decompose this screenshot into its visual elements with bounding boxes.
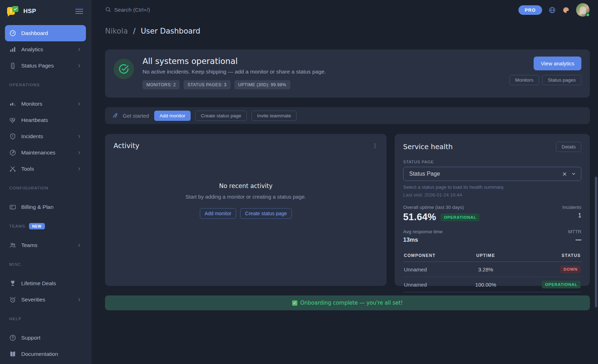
add-monitor-button[interactable]: Add monitor [200,208,236,219]
empty-title: No recent activity [114,182,378,189]
overall-uptime-block: Overall uptime (last 30 days) 51.64% OPE… [403,205,480,223]
details-button[interactable]: Details [556,142,581,152]
invite-teammate-button[interactable]: Invite teammate [251,111,297,121]
sidebar: ! HSP Dashboard Analytics Status Pages [0,0,91,364]
sidebar-item-incidents[interactable]: Incidents [5,128,86,145]
status-badge: OPERATIONAL [542,281,581,288]
hero-text: All systems operational No active incide… [143,57,326,90]
empty-subtitle: Start by adding a monitor or creating a … [114,194,378,200]
component-uptime: 100.00% [465,277,507,292]
create-status-page-button[interactable]: Create status page [240,208,292,219]
heartbeat-icon [9,117,16,124]
sidebar-item-teams[interactable]: Teams [5,237,86,253]
breadcrumb-separator: / [133,27,135,35]
incidents-block: Incidents 1 [562,205,581,219]
components-table: COMPONENT UPTIME STATUS Unnamed 3.28% DO… [403,250,581,292]
new-badge: NEW [29,223,45,229]
chevron-right-icon [77,101,82,106]
scrollbar-thumb[interactable] [595,177,597,307]
hero-subtitle: No active incidents. Keep shipping — add… [143,69,326,75]
sidebar-section-misc: MISC [5,262,86,267]
sidebar-item-label: Lifetime Deals [21,280,56,287]
get-started-bar: Get started Add monitor Create status pa… [105,107,590,124]
activity-title: Activity [114,142,139,150]
sidebar-item-label: Monitors [21,101,42,107]
topbar: PRO [91,0,598,20]
topbar-actions: PRO [518,3,590,17]
sidebar-item-analytics[interactable]: Analytics [5,41,86,58]
col-uptime: UPTIME [465,250,507,262]
sidebar-item-maintenances[interactable]: Maintenances [5,145,86,161]
sidebar-item-support[interactable]: Support [5,330,86,346]
monitors-button[interactable]: Monitors [509,75,539,85]
status-hero-card: All systems operational No active incide… [105,49,590,98]
get-started-label: Get started [123,113,149,119]
sidebar-item-label: Analytics [21,46,43,53]
user-avatar[interactable] [576,3,590,17]
sidebar-item-lifetime-deals[interactable]: Lifetime Deals [5,275,86,292]
shield-alert-icon [9,133,16,140]
sidebar-item-monitors[interactable]: Monitors [5,96,86,112]
book-icon [9,351,16,358]
chevron-right-icon [77,150,82,155]
hamburger-menu-icon[interactable] [75,9,83,14]
view-analytics-button[interactable]: View analytics [534,57,581,70]
sidebar-item-status-pages[interactable]: Status Pages [5,58,86,74]
chevron-down-icon[interactable] [571,171,576,176]
sidebar-item-label: Billing & Plan [21,204,53,210]
page-title: User Dashboard [141,27,200,35]
search-input[interactable] [114,7,220,13]
status-badge: OPERATIONAL [441,213,480,221]
activity-card: Activity No recent activity Start by add… [105,134,387,286]
rocket-icon [112,113,118,119]
sidebar-item-label: Heartbeats [21,117,48,123]
chevron-right-icon [77,166,82,171]
sidebar-item-severities[interactable]: Severities [5,292,86,308]
sidebar-nav: Dashboard Analytics Status Pages OPERATI… [0,23,91,362]
breadcrumb-parent[interactable]: Nikola [105,27,128,35]
search-bar[interactable] [105,6,220,14]
chevron-right-icon [77,243,82,248]
onboarding-banner: ✅ Onboarding complete — you're all set! [105,295,590,310]
pro-badge[interactable]: PRO [518,5,542,15]
sidebar-item-label: Maintenances [21,149,56,156]
clear-icon[interactable] [562,172,567,176]
status-page-field-label: STATUS PAGE [403,160,581,164]
sidebar-item-dashboard[interactable]: Dashboard [5,25,86,41]
monitors-bars-icon [9,100,16,107]
avg-response-label: Avg response time [403,229,443,234]
sidebar-item-documentation[interactable]: Documentation [5,346,86,362]
sidebar-item-label: Dashboard [21,30,48,36]
overall-uptime-label: Overall uptime (last 30 days) [403,205,480,210]
palette-icon[interactable] [562,6,570,14]
avg-response-block: Avg response time 13ms [403,229,443,243]
component-name: Unnamed [403,262,465,277]
add-monitor-button[interactable]: Add monitor [154,111,191,121]
sidebar-item-tools[interactable]: Tools [5,161,86,177]
status-page-select[interactable]: Status Page [403,167,581,181]
col-status: STATUS [506,250,581,262]
create-status-page-button[interactable]: Create status page [195,111,247,121]
trophy-icon [9,280,16,287]
monitors-chip: MONITORS: 2 [143,80,180,89]
brand-name: HSP [23,8,71,15]
content: Nikola / User Dashboard All systems oper… [91,20,598,310]
activity-empty-state: No recent activity Start by adding a mon… [114,182,378,219]
sidebar-item-billing[interactable]: Billing & Plan [5,199,86,215]
check-emoji-icon: ✅ [292,300,297,306]
tools-icon [9,165,16,172]
sidebar-item-label: Incidents [21,133,43,140]
component-name: Unnamed [403,277,465,292]
gauge-icon [9,30,16,37]
status-pages-button[interactable]: Status pages [542,75,581,85]
table-row: Unnamed 3.28% DOWN [403,262,581,277]
brand-row: ! HSP [0,0,91,23]
overall-uptime-value: 51.64% [403,212,436,223]
status-badge: DOWN [560,265,581,273]
status-pages-chip: STATUS PAGES: 3 [184,80,230,89]
kebab-menu-icon[interactable] [372,143,378,149]
globe-icon[interactable] [548,6,556,14]
sidebar-item-heartbeats[interactable]: Heartbeats [5,112,86,128]
sidebar-section-operations: OPERATIONS [5,82,86,87]
component-uptime: 3.28% [465,262,507,277]
